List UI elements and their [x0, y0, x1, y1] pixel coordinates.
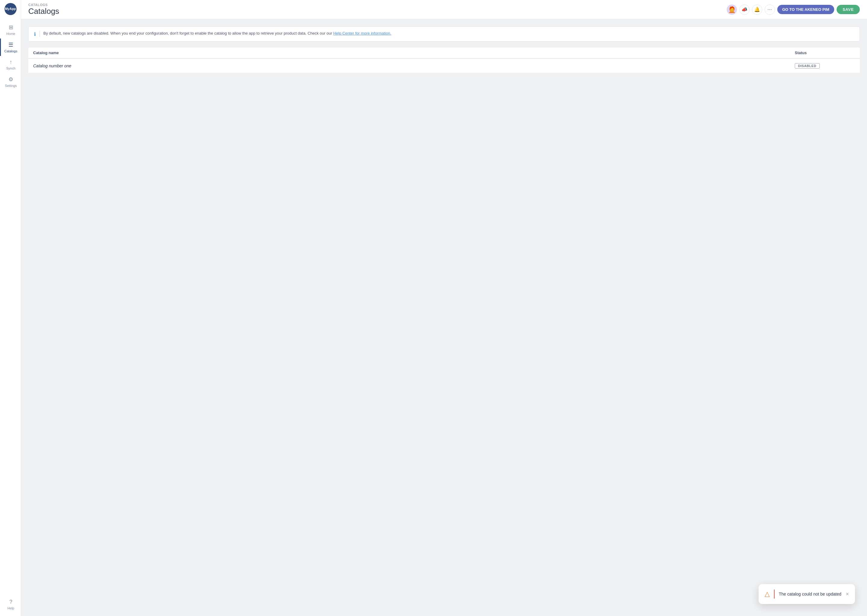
settings-icon: ⚙: [8, 76, 13, 83]
home-icon: ⊞: [9, 24, 13, 31]
save-button[interactable]: SAVE: [837, 5, 860, 14]
sidebar-item-label: Help: [8, 607, 14, 610]
catalog-status-cell: DISABLED: [795, 63, 855, 69]
megaphone-icon: 📣: [741, 6, 747, 13]
catalog-table: Catalog name Status Catalog number one D…: [28, 47, 860, 73]
toast-notification: △ The catalog could not be updated ×: [758, 584, 855, 604]
catalog-name: Catalog number one: [33, 63, 795, 68]
info-text: By default, new catalogs are disabled. W…: [43, 31, 391, 36]
toast-close-button[interactable]: ×: [846, 591, 849, 597]
dots-icon: ···: [768, 7, 772, 12]
topbar-left: CATALOGS Catalogs: [28, 3, 59, 16]
info-divider: [39, 31, 40, 37]
app-logo[interactable]: MyApp: [5, 3, 17, 15]
notifications-button[interactable]: 🔔: [752, 5, 762, 15]
info-banner: ℹ By default, new catalogs are disabled.…: [28, 27, 860, 41]
sidebar-item-label: Settings: [5, 84, 17, 88]
breadcrumb: CATALOGS: [28, 3, 59, 6]
topbar-right: 🧑‍🦰 📣 🔔 ··· GO TO THE AKENEO PIM SAVE: [727, 5, 860, 15]
toast-message: The catalog could not be updated: [779, 592, 842, 596]
topbar: CATALOGS Catalogs 🧑‍🦰 📣 🔔 ··· GO TO THE …: [21, 0, 867, 19]
content-area: ℹ By default, new catalogs are disabled.…: [21, 19, 867, 616]
catalogs-icon: ☰: [8, 41, 13, 48]
go-to-akeneo-button[interactable]: GO TO THE AKENEO PIM: [777, 5, 834, 14]
column-header-status: Status: [795, 50, 855, 55]
sidebar: MyApp ⊞ Home ☰ Catalogs ↑ Synch ⚙ Settin…: [0, 0, 21, 616]
more-options-button[interactable]: ···: [765, 5, 775, 15]
sidebar-item-label: Catalogs: [4, 49, 17, 53]
status-badge: DISABLED: [795, 63, 820, 69]
sidebar-item-catalogs[interactable]: ☰ Catalogs: [0, 39, 21, 56]
table-row[interactable]: Catalog number one DISABLED: [28, 59, 860, 73]
help-icon: ?: [9, 599, 13, 605]
sidebar-item-label: Synch: [6, 66, 16, 70]
sidebar-item-synch[interactable]: ↑ Synch: [0, 56, 21, 73]
bell-icon: 🔔: [754, 6, 760, 13]
main-content: CATALOGS Catalogs 🧑‍🦰 📣 🔔 ··· GO TO THE …: [21, 0, 867, 616]
help-center-link[interactable]: Help Center for more information.: [333, 31, 391, 36]
avatar[interactable]: 🧑‍🦰: [727, 5, 737, 15]
page-title: Catalogs: [28, 6, 59, 16]
table-header: Catalog name Status: [28, 47, 860, 59]
toast-divider: [774, 589, 775, 599]
sidebar-item-help[interactable]: ? Help: [0, 596, 21, 613]
synch-icon: ↑: [9, 59, 13, 65]
megaphone-button[interactable]: 📣: [739, 5, 750, 15]
info-icon: ℹ: [34, 31, 36, 37]
avatar-image: 🧑‍🦰: [728, 6, 736, 13]
warning-icon: △: [765, 590, 770, 598]
column-header-name: Catalog name: [33, 50, 795, 55]
sidebar-item-label: Home: [6, 32, 15, 36]
sidebar-item-settings[interactable]: ⚙ Settings: [0, 73, 21, 91]
sidebar-item-home[interactable]: ⊞ Home: [0, 21, 21, 39]
